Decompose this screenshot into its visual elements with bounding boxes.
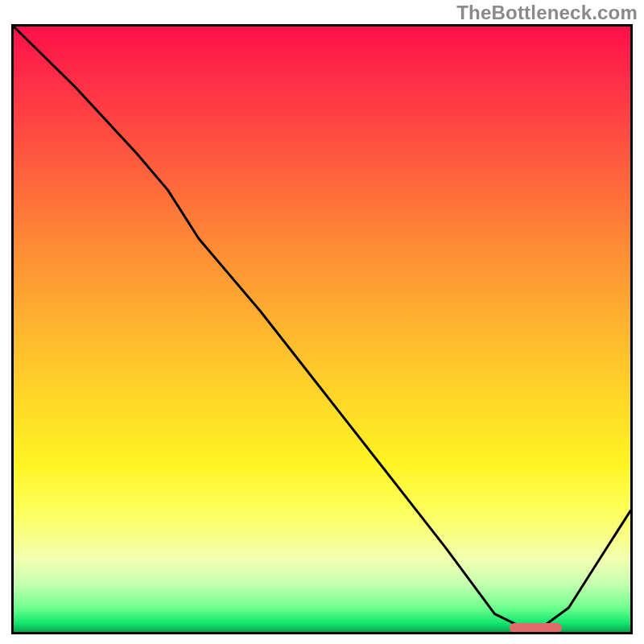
curve-path xyxy=(14,27,630,626)
bottleneck-curve xyxy=(14,27,630,632)
plot-area xyxy=(11,24,633,634)
watermark-text: TheBottleneck.com xyxy=(456,2,638,24)
optimal-range-marker xyxy=(510,623,563,633)
chart-stage: TheBottleneck.com xyxy=(0,0,644,644)
